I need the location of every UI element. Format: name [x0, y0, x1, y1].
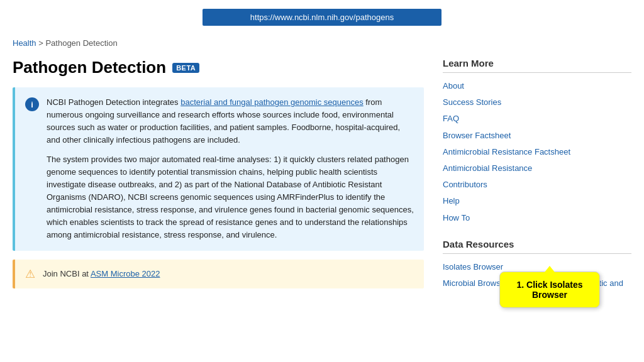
sidebar-link-about[interactable]: About — [443, 78, 631, 94]
info-p1-prefix: NCBI Pathogen Detection integrates — [47, 97, 180, 107]
tooltip-bubble: 1. Click Isolates Browser — [499, 272, 600, 308]
right-sidebar: Learn More About Success Stories FAQ Bro… — [443, 58, 631, 304]
sidebar-link-amr-factsheet[interactable]: Antimicrobial Resistance Factsheet — [443, 144, 631, 160]
breadcrumb-current: Pathogen Detection — [45, 38, 117, 48]
warning-prefix: Join NCBI at — [43, 269, 91, 278]
info-text: NCBI Pathogen Detection integrates bacte… — [47, 96, 414, 242]
learn-more-title: Learn More — [443, 58, 631, 73]
info-p1-link[interactable]: bacterial and fungal pathogen genomic se… — [180, 97, 364, 107]
page-title-container: Pathogen Detection BETA — [13, 58, 424, 77]
sidebar-link-help[interactable]: Help — [443, 193, 631, 209]
sidebar-link-amr[interactable]: Antimicrobial Resistance — [443, 160, 631, 177]
breadcrumb-separator: > — [38, 38, 43, 48]
data-resources-title: Data Resources — [443, 239, 631, 254]
sidebar-link-browser-factsheet[interactable]: Browser Factsheet — [443, 128, 631, 144]
page-title: Pathogen Detection — [13, 58, 166, 77]
sidebar-link-success-stories[interactable]: Success Stories — [443, 94, 631, 111]
info-paragraph2: The system provides two major automated … — [47, 153, 414, 242]
sidebar-link-contributors[interactable]: Contributors — [443, 177, 631, 193]
main-content: Pathogen Detection BETA i NCBI Pathogen … — [13, 58, 424, 304]
warning-text: Join NCBI at ASM Microbe 2022 — [43, 269, 160, 278]
breadcrumb: Health > Pathogen Detection — [0, 35, 644, 52]
breadcrumb-home-link[interactable]: Health — [13, 38, 36, 48]
info-box: i NCBI Pathogen Detection integrates bac… — [13, 87, 424, 251]
warning-icon: ⚠ — [25, 267, 35, 281]
url-bar: https://www.ncbi.nlm.nih.gov/pathogens — [203, 9, 441, 26]
learn-more-section: Learn More About Success Stories FAQ Bro… — [443, 58, 631, 226]
sidebar-link-faq[interactable]: FAQ — [443, 111, 631, 127]
warning-link[interactable]: ASM Microbe 2022 — [91, 269, 160, 278]
info-icon: i — [25, 97, 39, 111]
beta-badge: BETA — [172, 63, 199, 73]
sidebar-link-how-to[interactable]: How To — [443, 210, 631, 226]
warning-box: ⚠ Join NCBI at ASM Microbe 2022 — [13, 260, 424, 288]
